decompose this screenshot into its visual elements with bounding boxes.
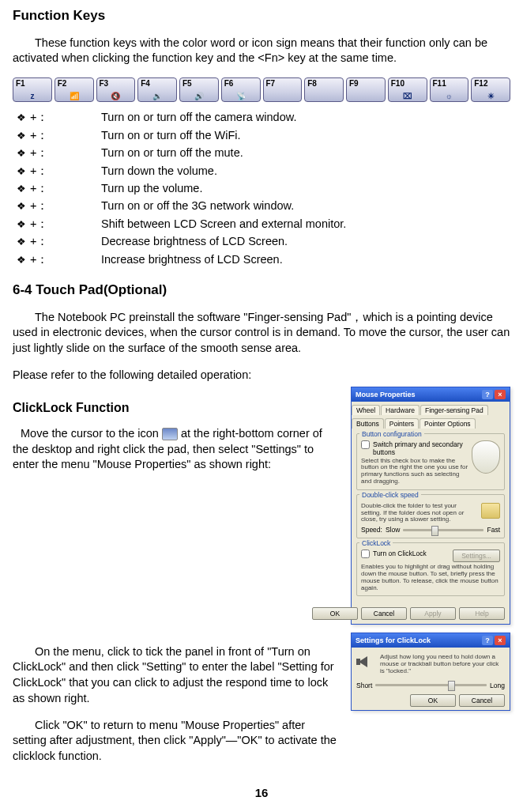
fkey-f6: F6📡 [221,77,261,102]
fkey-f9: F9 [346,77,386,102]
close-button[interactable]: × [495,390,506,399]
tab-pointers[interactable]: Pointers [385,418,419,429]
fn-shortcut-item: ❖+：Turn on or off the 3G network window. [13,197,510,214]
switch-buttons-checkbox[interactable] [361,440,370,449]
clicklock-duration-slider[interactable] [375,684,487,686]
ok-button[interactable]: OK [312,607,358,620]
clicklock-paragraph-3: Click "OK" to return to menu "Mouse Prop… [13,718,340,765]
fkey-f12: F12☀ [471,77,510,102]
fn-shortcut-item: ❖+：Turn up the volume. [13,179,510,197]
fkey-f3: F3🔇 [96,77,136,102]
fkey-f4: F4🔉 [137,77,177,102]
tab-wheel[interactable]: Wheel [352,405,380,415]
tray-icon [162,428,178,440]
fn-shortcut-item: ❖+：Shift between LCD Screen and external… [13,215,510,232]
dialog-title: Settings for ClickLock [356,636,431,644]
fkey-f1: F1z [13,77,52,102]
fkey-f2: F2📶 [55,77,94,102]
touchpad-paragraph: The Notebook PC preinstall the software … [13,310,510,357]
sound-icon [356,654,375,670]
tab-buttons[interactable]: Buttons [352,418,384,429]
apply-button[interactable]: Apply [410,607,456,620]
fn-shortcut-item: ❖+：Decrease brightness of LCD Screen. [13,232,510,250]
fkey-f11: F11☼ [430,77,469,102]
group-clicklock: ClickLock Settings... Turn on ClickLock … [356,542,505,596]
close-button[interactable]: × [495,636,506,645]
turn-on-clicklock-checkbox[interactable] [361,550,370,558]
tab-hardware[interactable]: Hardware [381,405,420,415]
section-title-touchpad: 6-4 Touch Pad(Optional) [13,282,510,298]
fkey-f10: F10⌧ [388,77,427,102]
fn-shortcut-item: ❖+：Turn on or turn off the mute. [13,144,510,161]
touchpad-note: Please refer to the following detailed o… [13,368,510,383]
cancel-button[interactable]: Cancel [459,694,505,707]
fkey-f7: F7 [263,77,303,102]
clicklock-settings-dialog: Settings for ClickLock ? × Adjust how lo… [351,633,510,710]
help-dlg-button[interactable]: Help [459,607,505,620]
tab-row-top: WheelHardwareFinger-sensing Pad [352,402,510,415]
help-button[interactable]: ? [482,636,493,645]
group-button-config: Button configuration Switch primary and … [356,433,505,490]
fn-shortcut-list: ❖+：Turn on or turn off the camera window… [13,108,510,268]
group-double-click: Double-click speed Double-click the fold… [356,494,505,538]
fkey-f8: F8 [304,77,344,102]
fn-shortcut-item: ❖+：Increase brightness of LCD Screen. [13,251,510,268]
intro-paragraph: These function keys with the color word … [13,36,510,66]
mouse-properties-dialog: Mouse Properties ? × WheelHardwareFinger… [351,387,510,625]
speed-slider[interactable] [403,529,483,531]
fn-shortcut-item: ❖+：Turn on or turn off the WiFi. [13,127,510,144]
cancel-button[interactable]: Cancel [361,607,407,620]
clicklock-paragraph-2: On the menu, click to tick the panel in … [13,644,340,706]
mouse-icon [472,440,500,474]
clicklock-paragraph-1: Move the cursor to the icon at the right… [13,426,340,473]
section-title-function-keys: Function Keys [13,8,510,24]
tab-row-bottom: ButtonsPointersPointer Options [352,415,510,429]
help-button[interactable]: ? [482,390,493,399]
clicklock-settings-button[interactable]: Settings... [453,550,500,562]
ok-button[interactable]: OK [410,694,456,707]
fn-shortcut-item: ❖+：Turn on or turn off the camera window… [13,108,510,126]
subsection-title-clicklock: ClickLock Function [13,401,340,415]
tab-finger-sensing-pad[interactable]: Finger-sensing Pad [420,405,488,415]
fkey-f5: F5🔊 [179,77,219,102]
tab-pointer-options[interactable]: Pointer Options [420,418,476,429]
dialog-title: Mouse Properties [356,391,416,398]
fn-shortcut-item: ❖+：Turn down the volume. [13,162,510,179]
page-number: 16 [13,786,510,799]
function-keys-bar: F1zF2📶F3🔇F4🔉F5🔊F6📡F7F8F9F10⌧F11☼F12☀ [13,77,510,102]
folder-icon [481,503,500,519]
